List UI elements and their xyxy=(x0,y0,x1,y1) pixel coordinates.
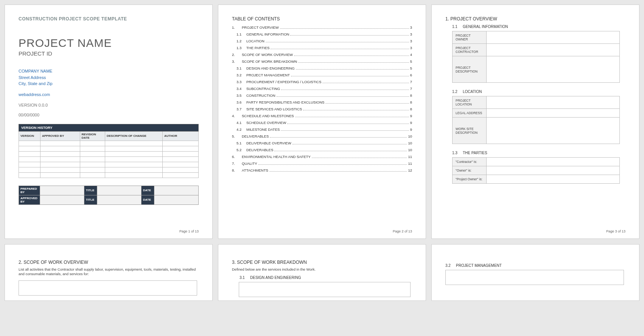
section-3-heading: 3. SCOPE OF WORK BREAKDOWN xyxy=(232,260,412,265)
page-footer: Page 1 of 13 xyxy=(179,229,199,233)
row-owner-is: "Owner" is: xyxy=(453,166,487,175)
company-name: COMPANY NAME xyxy=(19,68,199,74)
table-row xyxy=(19,151,199,156)
scope-overview-box xyxy=(19,280,197,296)
approved-by-value xyxy=(40,195,84,204)
toc-entry: 1.3THE PARTIES3 xyxy=(232,46,412,50)
vh-col-revdate: REVISION DATE xyxy=(80,131,105,141)
prepared-by-label: PREPARED BY xyxy=(19,186,40,195)
section-3-1-heading: 3.1DESIGN AND ENGINEERING xyxy=(240,276,412,280)
vh-col-author: AUTHOR xyxy=(163,131,199,141)
toc-entry: 3.4SUBCONTRACTING7 xyxy=(232,87,412,91)
toc-entry: 3.3PROCUREMENT / EXPEDITING / LOGISTICS7 xyxy=(232,80,412,84)
toc-entry: 3.5CONSTRUCTION8 xyxy=(232,93,412,98)
row-project-contractor: PROJECT CONTRACTOR xyxy=(453,44,487,56)
page-2: TABLE OF CONTENTS 1.PROJECT OVERVIEW31.1… xyxy=(218,5,426,239)
toc-entry: 4.SCHEDULE AND MILESTONES9 xyxy=(232,114,412,118)
section-2-heading: 2. SCOPE OF WORK OVERVIEW xyxy=(19,260,199,265)
toc-list: 1.PROJECT OVERVIEW31.1GENERAL INFORMATIO… xyxy=(232,25,412,173)
vh-title: VERSION HISTORY xyxy=(19,124,199,131)
toc-entry: 3.1DESIGN AND ENGINEERING5 xyxy=(232,66,412,71)
table-row xyxy=(19,167,199,172)
title-value-2 xyxy=(97,195,142,204)
toc-entry: 2.SCOPE OF WORK OVERVIEW4 xyxy=(232,53,412,57)
title-value xyxy=(97,186,142,195)
toc-entry: 7.QUALITY11 xyxy=(232,161,412,166)
parties-table: "Contractor" is: "Owner" is: "Project Ow… xyxy=(452,157,620,184)
project-name: PROJECT NAME xyxy=(19,37,199,50)
approved-by-label: APPROVED BY xyxy=(19,195,40,204)
section-2-description: List all activities that the Contractor … xyxy=(19,267,199,277)
street-address: Street Address xyxy=(19,74,199,81)
row-contractor-is: "Contractor" is: xyxy=(453,158,487,166)
section-3-description: Defined below are the services included … xyxy=(232,267,412,272)
page-5: 3. SCOPE OF WORK BREAKDOWN Defined below… xyxy=(218,244,426,301)
general-info-table: PROJECT OWNER PROJECT CONTRACTOR PROJECT… xyxy=(452,31,620,83)
date-label: 00/00/0000 xyxy=(19,113,199,117)
row-legal-address: LEGAL ADDRESS xyxy=(453,109,487,118)
table-row xyxy=(19,141,199,146)
section-3-2-heading: 3.2PROJECT MANAGEMENT xyxy=(445,263,625,268)
toc-entry: 6.ENVIRONMENTAL HEALTH AND SAFETY11 xyxy=(232,155,412,159)
toc-entry: 1.1GENERAL INFORMATION3 xyxy=(232,32,412,37)
page-footer: Page 3 of 13 xyxy=(606,229,625,233)
project-id: PROJECT ID xyxy=(19,50,199,57)
toc-entry: 1.PROJECT OVERVIEW3 xyxy=(232,25,412,30)
vh-col-desc: DESCRIPTION OF CHANGE xyxy=(105,131,163,141)
toc-entry: 5.DELIVERABLES10 xyxy=(232,134,412,139)
toc-entry: 3.2PROJECT MANAGEMENT6 xyxy=(232,73,412,77)
title-label-2: TITLE xyxy=(84,195,97,204)
toc-entry: 1.2LOCATION3 xyxy=(232,39,412,43)
date-value xyxy=(154,186,199,195)
design-engineering-box xyxy=(239,282,411,297)
toc-entry: 4.2MILESTONE DATES9 xyxy=(232,127,412,132)
toc-entry: 3.7SITE SERVICES AND LOGISTICS8 xyxy=(232,107,412,111)
title-label: TITLE xyxy=(84,186,97,195)
toc-entry: 3.SCOPE OF WORK BREAKDOWN5 xyxy=(232,59,412,64)
table-row xyxy=(19,146,199,151)
date-value-2 xyxy=(154,195,199,204)
location-table: PROJECT LOCATION LEGAL ADDRESS WORK SITE… xyxy=(452,96,620,144)
page-6: 3.2PROJECT MANAGEMENT xyxy=(431,244,639,301)
page-1: CONSTRUCTION PROJECT SCOPE TEMPLATE PROJ… xyxy=(5,5,213,239)
section-1-heading: 1. PROJECT OVERVIEW xyxy=(445,16,625,22)
version-label: VERSION 0.0.0 xyxy=(19,103,199,107)
toc-entry: 4.1SCHEDULE OVERVIEW9 xyxy=(232,121,412,125)
date-label-2: DATE xyxy=(142,195,154,204)
page-3: 1. PROJECT OVERVIEW 1.1GENERAL INFORMATI… xyxy=(431,5,639,239)
row-project-location: PROJECT LOCATION xyxy=(453,96,487,109)
row-work-site-description: WORK SITE DESCRIPTION xyxy=(453,118,487,144)
vh-col-version: VERSION xyxy=(19,131,40,141)
row-project-owner: PROJECT OWNER xyxy=(453,31,487,44)
section-1-3-heading: 1.3THE PARTIES xyxy=(452,151,625,155)
toc-heading: TABLE OF CONTENTS xyxy=(232,16,412,22)
template-header: CONSTRUCTION PROJECT SCOPE TEMPLATE xyxy=(19,16,199,22)
section-1-2-heading: 1.2LOCATION xyxy=(452,90,625,94)
prepared-by-value xyxy=(40,186,84,195)
toc-entry: 3.6PARTY RESPONSIBILITIES AND EXCLUSIONS… xyxy=(232,100,412,105)
page-footer: Page 2 of 13 xyxy=(393,229,412,233)
date-label-cell: DATE xyxy=(142,186,154,195)
row-project-owner-is: "Project Owner" is: xyxy=(453,175,487,184)
toc-entry: 5.1DELIVERABLE OVERVIEW10 xyxy=(232,141,412,146)
web-address: webaddress.com xyxy=(19,92,199,97)
toc-entry: 5.2DELIVERABLES10 xyxy=(232,148,412,152)
project-management-box xyxy=(445,270,624,285)
version-history-table: VERSION HISTORY VERSION APPROVED BY REVI… xyxy=(19,124,199,178)
vh-col-approved: APPROVED BY xyxy=(40,131,80,141)
page-4: 2. SCOPE OF WORK OVERVIEW List all activ… xyxy=(5,244,213,301)
toc-entry: 8.ATTACHMENTS12 xyxy=(232,168,412,173)
row-project-description: PROJECT DESCRIPTION xyxy=(453,56,487,83)
signoff-table: PREPARED BY TITLE DATE APPROVED BY TITLE… xyxy=(19,186,199,205)
section-1-1-heading: 1.1GENERAL INFORMATION xyxy=(452,25,625,29)
table-row xyxy=(19,172,199,178)
table-row xyxy=(19,162,199,167)
table-row xyxy=(19,156,199,162)
city-state-zip: City, State and Zip xyxy=(19,81,199,87)
